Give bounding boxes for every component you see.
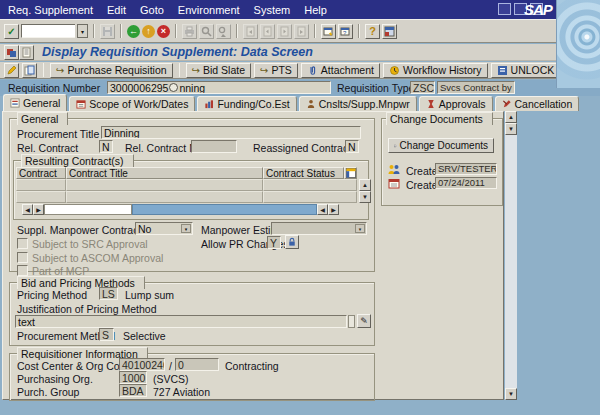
allow-pr-changes-field[interactable]: Y bbox=[267, 236, 281, 249]
requisition-number-field[interactable]: 3000006295 nning bbox=[107, 81, 331, 94]
src-approval-checkbox[interactable] bbox=[17, 238, 28, 249]
exit-icon[interactable]: ↑ bbox=[142, 25, 155, 38]
jump-icon: ↪ bbox=[56, 65, 64, 76]
help-icon[interactable]: ? bbox=[365, 24, 380, 39]
pricing-method-code-field[interactable]: LS bbox=[99, 287, 118, 300]
attachment-label: Attachment bbox=[321, 64, 374, 76]
tab-cancellation[interactable]: Cancellation bbox=[495, 96, 580, 111]
general-tab-content: General Procurement Title Dinning Rel. C… bbox=[2, 111, 504, 400]
services-for-object-icon[interactable] bbox=[19, 45, 34, 60]
change-documents-button[interactable]: Change Documents bbox=[388, 138, 494, 153]
back-icon[interactable]: ← bbox=[127, 25, 140, 38]
created-on-field[interactable]: 07/24/2011 bbox=[435, 177, 497, 189]
requisition-type-desc-field[interactable]: Svcs Contract by CD bbox=[437, 81, 515, 94]
purch-group-label: Purch. Group bbox=[17, 386, 79, 398]
bid-pricing-box-title: Bid and Pricing Methods bbox=[17, 276, 145, 289]
exit-glyph: ↑ bbox=[146, 26, 151, 36]
table-scroll-right-icon[interactable]: ▶ bbox=[33, 204, 44, 215]
created-by-field[interactable]: SRV/TESTER1 bbox=[435, 163, 497, 175]
table-row-cell[interactable] bbox=[16, 179, 66, 191]
tab-general[interactable]: General bbox=[3, 94, 67, 111]
justification-text-field[interactable]: text bbox=[15, 315, 347, 328]
col-contract-no[interactable]: Contract No bbox=[16, 167, 66, 179]
tab-scope-of-work[interactable]: Scope of Work/Dates bbox=[69, 96, 195, 111]
dropdown-icon[interactable]: ▾ bbox=[355, 224, 365, 233]
table-row-cell[interactable] bbox=[16, 191, 66, 203]
title-bar: Display Requisition Supplement: Data Scr… bbox=[0, 44, 600, 61]
table-row-cell[interactable] bbox=[263, 179, 357, 191]
jump-icon: ↪ bbox=[192, 65, 200, 76]
create-shortcut-icon[interactable]: ? bbox=[338, 24, 353, 39]
tab-approvals[interactable]: Approvals bbox=[419, 96, 493, 111]
col-contract-status[interactable]: Contract Status bbox=[263, 167, 344, 179]
table-row-cell[interactable] bbox=[66, 191, 263, 203]
dates-tab-icon bbox=[76, 99, 86, 109]
cancel-icon[interactable]: × bbox=[157, 25, 170, 38]
divider bbox=[179, 63, 180, 77]
workflow-history-button[interactable]: Workflow History bbox=[383, 63, 488, 78]
rel-contract-field[interactable]: N bbox=[99, 140, 113, 153]
command-input[interactable] bbox=[21, 24, 75, 38]
pts-button[interactable]: ↪ PTS bbox=[254, 63, 298, 78]
screen-options-icon[interactable] bbox=[4, 45, 19, 60]
scroll-down-icon[interactable]: ▼ bbox=[505, 388, 517, 400]
tab-approvals-label: Approvals bbox=[439, 98, 486, 110]
ascom-approval-checkbox[interactable] bbox=[17, 252, 28, 263]
purch-group-field[interactable]: BDA bbox=[119, 384, 147, 397]
org-code-field[interactable]: 0 bbox=[175, 358, 219, 371]
procurement-title-field[interactable]: Dinning bbox=[101, 126, 361, 139]
requisition-type-label: Requisition Type bbox=[337, 82, 414, 94]
part-of-mcp-checkbox[interactable] bbox=[17, 265, 28, 276]
pts-label: PTS bbox=[271, 64, 291, 76]
display-overlay-icon bbox=[169, 83, 178, 92]
scroll-up-icon[interactable]: ▲ bbox=[505, 111, 517, 123]
table-scroll-up-icon[interactable]: ▲ bbox=[359, 179, 371, 191]
purchase-requisition-button[interactable]: ↪ Purchase Requisition bbox=[50, 63, 173, 78]
text-expand-handle[interactable] bbox=[348, 315, 355, 328]
edit-text-icon[interactable]: ✎ bbox=[357, 314, 371, 328]
tab-funding[interactable]: Funding/Co.Est bbox=[197, 96, 296, 111]
table-row-cell[interactable] bbox=[263, 191, 357, 203]
purchasing-org-field[interactable]: 1000 bbox=[119, 371, 147, 384]
cost-center-field[interactable]: 40100240 bbox=[119, 358, 165, 371]
tab-cnslts-supp-mnpwr[interactable]: Cnslts/Supp.Mnpwr bbox=[299, 96, 417, 111]
enter-icon[interactable]: ✓ bbox=[4, 24, 19, 39]
procurement-method-code-field[interactable]: S bbox=[99, 328, 114, 341]
table-scroll-down-icon[interactable]: ▼ bbox=[359, 191, 371, 203]
menu-system[interactable]: System bbox=[254, 4, 291, 16]
manpower-estimate-dropdown[interactable]: ▾ bbox=[271, 222, 367, 235]
scroll-thumb-icon[interactable]: ▼ bbox=[505, 123, 517, 135]
tab-cancellation-label: Cancellation bbox=[515, 98, 573, 110]
rel-contract-no-field[interactable] bbox=[191, 140, 237, 153]
display-change-icon[interactable] bbox=[4, 63, 19, 78]
table-scroll-left-icon[interactable]: ◀ bbox=[317, 204, 328, 215]
table-settings-icon[interactable] bbox=[344, 167, 357, 179]
bid-slate-button[interactable]: ↪ Bid Slate bbox=[186, 63, 251, 78]
reassigned-contract-field[interactable]: N bbox=[345, 140, 359, 153]
customize-layout-icon[interactable] bbox=[382, 24, 397, 39]
col-contract-title[interactable]: Contract Title bbox=[66, 167, 263, 179]
suppl-manpower-dropdown[interactable]: No ▾ bbox=[135, 222, 193, 235]
table-scroll-right-icon[interactable]: ▶ bbox=[328, 204, 339, 215]
change-documents-button-label: Change Documents bbox=[400, 140, 488, 151]
attachment-button[interactable]: Attachment bbox=[301, 63, 380, 78]
table-row-cell[interactable] bbox=[66, 179, 263, 191]
suppl-manpower-value: No bbox=[138, 223, 151, 235]
table-hscroll-track[interactable] bbox=[44, 204, 132, 215]
dropdown-icon[interactable]: ▾ bbox=[181, 224, 191, 233]
table-hscroll-thumb[interactable] bbox=[132, 204, 317, 215]
table-scroll-left-icon[interactable]: ◀ bbox=[22, 204, 33, 215]
minimize-icon[interactable] bbox=[498, 3, 511, 15]
content-vscrollbar[interactable]: ▲ ▼ ▼ bbox=[505, 111, 517, 400]
next-page-icon bbox=[277, 24, 292, 39]
lock-icon[interactable] bbox=[285, 235, 299, 249]
menu-req-supplement[interactable]: Req. Supplement bbox=[8, 4, 93, 16]
other-requisition-icon[interactable] bbox=[22, 63, 37, 78]
new-session-icon[interactable] bbox=[321, 24, 336, 39]
requisition-type-code-field[interactable]: ZSCR bbox=[410, 81, 435, 94]
menu-environment[interactable]: Environment bbox=[178, 4, 240, 16]
menu-edit[interactable]: Edit bbox=[107, 4, 126, 16]
menu-goto[interactable]: Goto bbox=[140, 4, 164, 16]
command-history-icon[interactable]: ▾ bbox=[77, 24, 88, 38]
menu-help[interactable]: Help bbox=[304, 4, 327, 16]
